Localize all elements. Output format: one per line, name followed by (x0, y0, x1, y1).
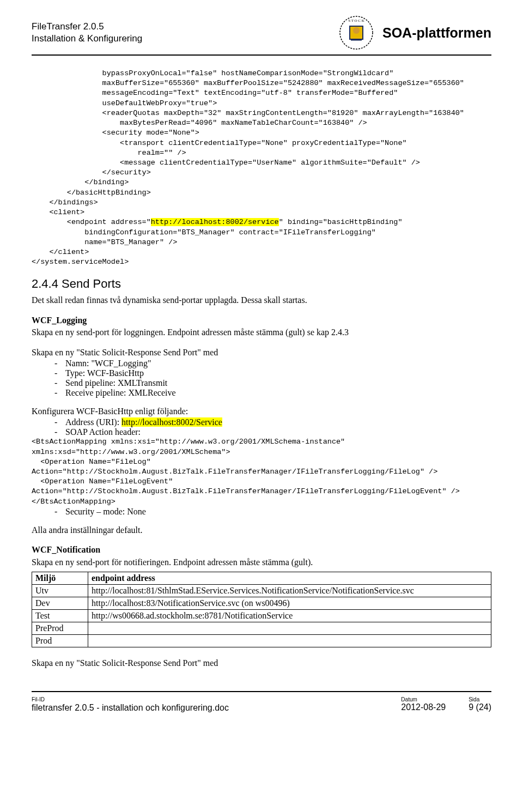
footer-divider (32, 691, 491, 692)
datum-value: 2012-08-29 (401, 702, 446, 712)
sida-value: 9 (24) (469, 702, 491, 712)
solicit-intro: Skapa en ny "Static Solicit-Response Sen… (32, 347, 491, 359)
col-endpoint: endpoint address (88, 572, 491, 585)
header-divider (32, 54, 491, 56)
svg-text:S T O C K: S T O C K (348, 19, 364, 23)
endpoint-address-table: Miljö endpoint address Utv http://localh… (32, 572, 491, 647)
bullet-soap-header: SOAP Action header: (32, 427, 491, 437)
wcf-notification-subtitle: Skapa en ny send-port för notifieringen.… (32, 558, 313, 567)
section-244-intro: Det skall redan finnas två dynamiska sen… (32, 294, 491, 306)
bullet-list-1: Namn: "WCF_Logging" Type: WCF-BasicHttp … (32, 359, 491, 398)
doc-title-line1: FileTransfer 2.0.5 (32, 21, 142, 33)
doc-title-line2: Installation & Konfigurering (32, 33, 142, 45)
footer-left: Fil-ID filetransfer 2.0.5 - installation… (32, 696, 229, 713)
addr-preprod (88, 622, 491, 635)
wcf-notification-title: WCF_Notification (32, 545, 100, 554)
env-preprod: PreProd (32, 622, 88, 635)
wcf-logging-subtitle: Skapa en ny send-port för loggningen. En… (32, 328, 349, 337)
env-utv: Utv (32, 585, 88, 597)
table-row: Prod (32, 635, 491, 647)
solicit-outro: Skapa en ny "Static Solicit-Response Sen… (32, 657, 491, 669)
document-page: FileTransfer 2.0.5 Installation & Konfig… (0, 0, 523, 729)
endpoint-address-highlight: http://localhost:8002/service (151, 218, 279, 226)
bullet-address-uri: Address (URI): http://localhost:8002/Ser… (32, 417, 491, 427)
xml-config-block: bypassProxyOnLocal="false" hostNameCompa… (32, 69, 491, 267)
env-test: Test (32, 610, 88, 622)
addr-utv: http://localhost:81/SthlmStad.EService.S… (88, 585, 491, 597)
env-prod: Prod (32, 635, 88, 647)
wcf-logging-title: WCF_Logging (32, 316, 87, 325)
header-right-block: S T O C K SOA-plattformen (339, 15, 491, 50)
code-pre: bypassProxyOnLocal="false" hostNameCompa… (32, 69, 464, 226)
header-title-block: FileTransfer 2.0.5 Installation & Konfig… (32, 21, 142, 45)
soap-xml-block: <BtsActionMapping xmlns:xsi="http://www.… (32, 437, 491, 507)
konfig-title: Konfigurera WCF-BasicHttp enligt följand… (32, 405, 491, 417)
bullet-send-pipeline: Send pipeline: XMLTransmit (32, 378, 491, 388)
col-miljo: Miljö (32, 572, 88, 585)
table-row: Utv http://localhost:81/SthlmStad.EServi… (32, 585, 491, 597)
wcf-notification-block: WCF_Notification Skapa en ny send-port f… (32, 544, 491, 568)
footer-sida: Sida 9 (24) (469, 696, 491, 713)
filid-label: Fil-ID (32, 696, 229, 702)
addr-test: http://ws00668.ad.stockholm.se:8781/Noti… (88, 610, 491, 622)
footer-right: Datum 2012-08-29 Sida 9 (24) (401, 696, 491, 713)
bullet-receive-pipeline: Receive pipeline: XMLReceive (32, 388, 491, 398)
addr-dev: http://localhost:83/NotificationService.… (88, 597, 491, 610)
footer-datum: Datum 2012-08-29 (401, 696, 446, 713)
address-uri-highlight: http://localhost:8002/Service (121, 417, 222, 427)
table-row: PreProd (32, 622, 491, 635)
file-name: filetransfer 2.0.5 - installation och ko… (32, 702, 229, 713)
env-dev: Dev (32, 597, 88, 610)
alla-default: Alla andra inställningar default. (32, 524, 491, 536)
table-row: Dev http://localhost:83/NotificationServ… (32, 597, 491, 610)
stockholm-logo-icon: S T O C K (339, 15, 374, 50)
datum-label: Datum (401, 696, 446, 702)
svg-point-1 (353, 27, 360, 34)
bullet-list-3: Security – mode: None (32, 507, 491, 517)
section-244-heading: 2.4.4 Send Ports (32, 277, 491, 291)
bullet-security-mode: Security – mode: None (32, 507, 491, 517)
addr-prod (88, 635, 491, 647)
address-label: Address (URI): (65, 417, 121, 427)
table-row: Test http://ws00668.ad.stockholm.se:8781… (32, 610, 491, 622)
sida-label: Sida (469, 696, 491, 702)
wcf-logging-block: WCF_Logging Skapa en ny send-port för lo… (32, 314, 491, 339)
page-footer: Fil-ID filetransfer 2.0.5 - installation… (32, 696, 491, 713)
bullet-type: Type: WCF-BasicHttp (32, 368, 491, 378)
platform-title: SOA-plattformen (382, 25, 491, 41)
bullet-namn: Namn: "WCF_Logging" (32, 359, 491, 368)
table-header-row: Miljö endpoint address (32, 572, 491, 585)
bullet-list-2: Address (URI): http://localhost:8002/Ser… (32, 417, 491, 437)
page-header: FileTransfer 2.0.5 Installation & Konfig… (32, 15, 491, 53)
